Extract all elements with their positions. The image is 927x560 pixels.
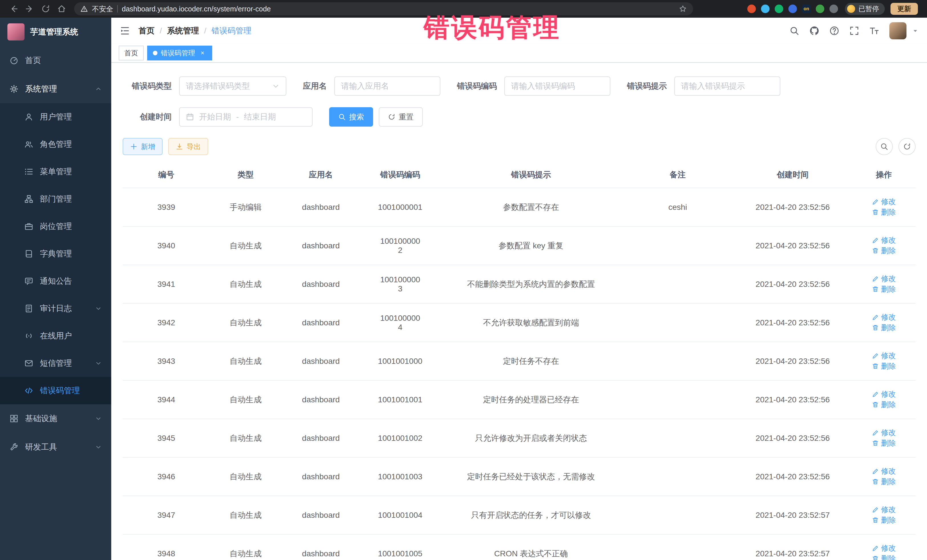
date-range-picker[interactable]: 开始日期 - 结束日期 <box>179 107 313 127</box>
sidebar-item-error-code[interactable]: 错误码管理 <box>0 377 111 404</box>
error-type-select[interactable]: 请选择错误码类型 <box>179 76 286 96</box>
delete-link[interactable]: 删除 <box>872 246 896 256</box>
cell-memo <box>622 265 733 304</box>
extension-icon-lightblue[interactable] <box>761 5 769 13</box>
cell-id: 3943 <box>123 342 210 380</box>
toggle-search-button[interactable] <box>876 138 893 155</box>
edit-link[interactable]: 修改 <box>872 389 896 399</box>
sidebar-item-sms[interactable]: 短信管理 <box>0 349 111 377</box>
cell-code: 1001001005 <box>360 534 440 560</box>
browser-home-icon[interactable] <box>57 4 66 14</box>
breadcrumb-item[interactable]: 系统管理 <box>167 25 212 36</box>
cell-actions: 修改 删除 <box>852 457 916 496</box>
table-row: 3942 自动生成 dashboard 100100000 4 不允许获取敏感配… <box>123 304 916 342</box>
extension-icon-leaf[interactable] <box>816 5 824 13</box>
update-button[interactable]: 更新 <box>891 3 918 15</box>
cell-message: 不能删除类型为系统内置的参数配置 <box>440 265 622 304</box>
delete-link[interactable]: 删除 <box>872 554 896 560</box>
delete-link[interactable]: 删除 <box>872 438 896 448</box>
cell-app: dashboard <box>281 496 360 534</box>
tab-error-code[interactable]: 错误码管理 <box>147 46 212 61</box>
edit-link[interactable]: 修改 <box>872 428 896 438</box>
edit-link[interactable]: 修改 <box>872 351 896 361</box>
cell-id: 3942 <box>123 304 210 342</box>
menu-label: 在线用户 <box>40 331 72 341</box>
breadcrumb: 首页系统管理错误码管理 <box>138 25 252 36</box>
logo[interactable]: 芋道管理系统 <box>0 18 111 46</box>
edit-link[interactable]: 修改 <box>872 274 896 284</box>
select-placeholder: 请选择错误码类型 <box>186 81 250 91</box>
font-size-icon[interactable] <box>869 26 879 36</box>
back-icon[interactable] <box>9 4 18 14</box>
extension-icon-gray[interactable] <box>830 5 838 13</box>
url-text[interactable]: dashboard.yudao.iocoder.cn/system/error-… <box>122 5 675 13</box>
reset-button[interactable]: 重置 <box>379 107 423 127</box>
delete-link[interactable]: 删除 <box>872 400 896 410</box>
sidebar-item-dict[interactable]: 字典管理 <box>0 240 111 267</box>
table-row: 3940 自动生成 dashboard 100100000 2 参数配置 key… <box>123 226 916 265</box>
app-name-input[interactable] <box>334 76 441 96</box>
extension-icon-green[interactable] <box>775 5 783 13</box>
add-button[interactable]: 新增 <box>123 138 163 155</box>
search-icon[interactable] <box>790 26 799 36</box>
caret-down-icon[interactable] <box>912 28 918 34</box>
cell-memo <box>622 342 733 380</box>
sidebar-item-system[interactable]: 系统管理 <box>0 75 111 103</box>
sidebar-item-dev-tools[interactable]: 研发工具 <box>0 433 111 461</box>
close-icon[interactable] <box>199 49 207 57</box>
search-button[interactable]: 搜索 <box>329 107 373 127</box>
export-button[interactable]: 导出 <box>168 138 208 155</box>
reload-icon[interactable] <box>41 4 50 14</box>
breadcrumb-item[interactable]: 首页 <box>138 25 167 36</box>
table-row: 3948 自动生成 dashboard 1001001005 CRON 表达式不… <box>123 534 916 560</box>
fullscreen-icon[interactable] <box>849 26 859 36</box>
delete-icon <box>872 517 879 524</box>
delete-link[interactable]: 删除 <box>872 361 896 371</box>
error-code-input[interactable] <box>504 76 610 96</box>
delete-link[interactable]: 删除 <box>872 323 896 333</box>
edit-link[interactable]: 修改 <box>872 466 896 476</box>
sidebar-item-user[interactable]: 用户管理 <box>0 103 111 131</box>
tab-home[interactable]: 首页 <box>119 46 144 61</box>
sidebar-item-menu[interactable]: 菜单管理 <box>0 158 111 185</box>
sidebar-item-home[interactable]: 首页 <box>0 46 111 75</box>
delete-link[interactable]: 删除 <box>872 207 896 217</box>
cell-id: 3945 <box>123 419 210 457</box>
edit-link[interactable]: 修改 <box>872 505 896 514</box>
table-body: 3939 手动编辑 dashboard 1001000001 参数配置不存在 c… <box>123 188 916 560</box>
delete-link[interactable]: 删除 <box>872 284 896 294</box>
edit-link[interactable]: 修改 <box>872 543 896 553</box>
forward-icon[interactable] <box>25 4 34 14</box>
sidebar-item-notice[interactable]: 通知公告 <box>0 267 111 295</box>
extension-icon-red[interactable] <box>747 5 756 13</box>
sidebar-item-post[interactable]: 岗位管理 <box>0 213 111 240</box>
address-bar[interactable]: 不安全 dashboard.yudao.iocoder.cn/system/er… <box>74 2 693 15</box>
tab-label: 首页 <box>125 49 138 58</box>
help-icon[interactable] <box>830 26 839 36</box>
edit-link[interactable]: 修改 <box>872 235 896 245</box>
bookmark-star-icon[interactable] <box>679 5 687 13</box>
refresh-table-button[interactable] <box>898 138 916 155</box>
edit-link[interactable]: 修改 <box>872 312 896 322</box>
menu-label: 研发工具 <box>25 442 57 452</box>
cell-code: 1001001001 <box>360 380 440 419</box>
delete-link[interactable]: 删除 <box>872 477 896 487</box>
cell-app: dashboard <box>281 342 360 380</box>
github-icon[interactable] <box>810 26 819 36</box>
sidebar-item-audit-log[interactable]: 审计日志 <box>0 295 111 322</box>
filter-label-code: 错误码编码 <box>457 81 497 91</box>
hamburger-icon[interactable] <box>120 26 130 36</box>
extension-icon-on-badge[interactable]: on <box>802 5 811 13</box>
extension-icon-blue-grid[interactable] <box>789 5 797 13</box>
edit-link[interactable]: 修改 <box>872 197 896 207</box>
error-hint-input[interactable] <box>674 76 780 96</box>
sidebar-item-dept[interactable]: 部门管理 <box>0 185 111 213</box>
paused-badge[interactable]: 已暂停 <box>845 3 885 15</box>
sidebar-item-infra[interactable]: 基础设施 <box>0 404 111 433</box>
user-avatar[interactable] <box>889 22 906 39</box>
sidebar-item-online-user[interactable]: 在线用户 <box>0 322 111 349</box>
cell-time: 2021-04-20 23:52:57 <box>733 534 852 560</box>
cell-app: dashboard <box>281 380 360 419</box>
sidebar-item-role[interactable]: 角色管理 <box>0 131 111 158</box>
delete-link[interactable]: 删除 <box>872 515 896 525</box>
